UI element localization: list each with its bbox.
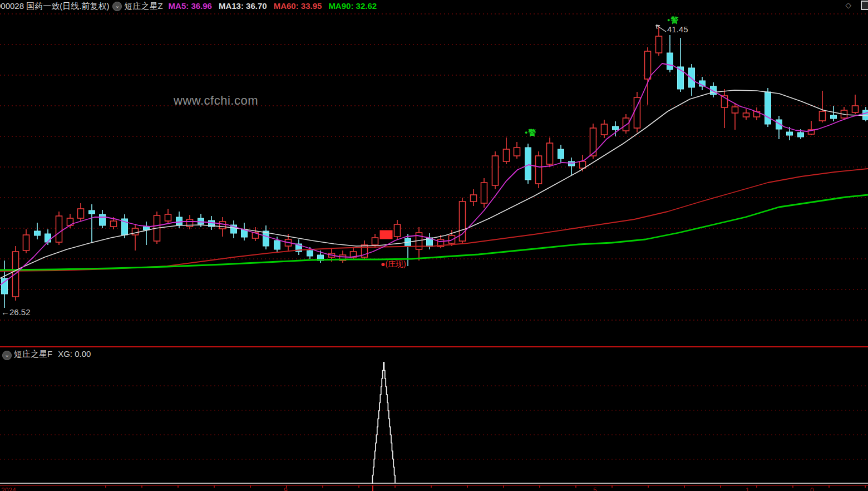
window-icon[interactable]: [861, 1, 868, 10]
alert-dot-icon: ●: [525, 130, 527, 135]
indicator-value: XG: 0.00: [58, 349, 91, 359]
ma13-label: MA13: 36.70: [219, 1, 267, 11]
stock-app-window: { "colors":{ "up":"#e83a3a","down_fill":…: [0, 0, 868, 491]
low-price-label: ←26.52: [1, 307, 31, 317]
signal-label: ●(庄现): [381, 259, 406, 269]
alert-dot-icon: ●: [667, 17, 670, 23]
chart-header: 000028 国药一致(日线.前复权)⌄短庄之星ZMA5: 36.96MA13:…: [0, 1, 383, 12]
axis-label: 9: [284, 487, 288, 491]
indicator-name-main[interactable]: 短庄之星Z: [124, 1, 162, 11]
axis-label: 0: [810, 487, 814, 491]
indicator-panel-header: ⌄短庄之星FXG: 0.00: [0, 349, 91, 360]
date-axis[interactable]: 2024 9 5 1 0: [0, 485, 868, 491]
diamond-icon[interactable]: ◇: [845, 1, 851, 9]
axis-label: 2024: [1, 487, 16, 491]
peak-price-label: 41.45: [667, 24, 688, 34]
collapse-indicator-icon[interactable]: ⌄: [112, 2, 122, 11]
ma90-label: MA90: 32.62: [328, 1, 377, 11]
watermark: www.cfchi.com: [174, 94, 258, 108]
stock-title: 000028 国药一致(日线.前复权): [0, 1, 109, 11]
collapse-indicator-icon[interactable]: ⌄: [2, 351, 12, 360]
ma5-label: MA5: 36.96: [169, 1, 212, 11]
alert-text: 警: [670, 16, 678, 24]
ma60-label: MA60: 33.95: [274, 1, 322, 11]
axis-label: 1: [746, 487, 749, 491]
alert-marker-1: ●警: [525, 128, 536, 138]
candlestick-chart[interactable]: [0, 0, 868, 491]
axis-label: 5: [593, 487, 597, 491]
alert-text: 警: [528, 128, 536, 137]
indicator-name-sub[interactable]: 短庄之星F: [14, 349, 52, 359]
